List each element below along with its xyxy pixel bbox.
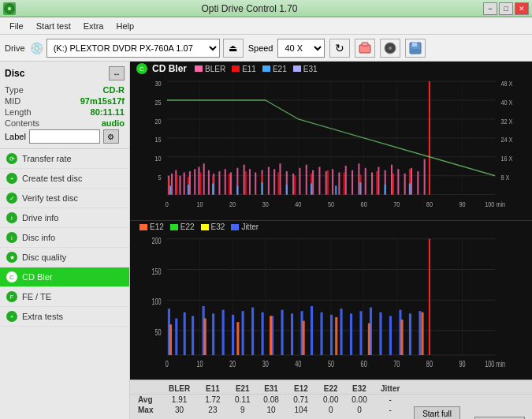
svg-rect-114 bbox=[385, 185, 386, 195]
disc-label-input[interactable] bbox=[29, 129, 100, 144]
svg-text:10: 10 bbox=[196, 200, 203, 208]
row-max-e12: 104 bbox=[285, 405, 316, 415]
legend-color-bler bbox=[195, 65, 203, 72]
contents-label: Contents bbox=[5, 118, 39, 128]
svg-text:90: 90 bbox=[459, 360, 465, 369]
svg-rect-65 bbox=[279, 163, 281, 194]
nav-label-create-test-disc: Create test disc bbox=[22, 174, 82, 183]
table-row-max: Max 30 23 9 10 104 0 0 - bbox=[130, 405, 532, 415]
speed-dropdown[interactable]: 40 X bbox=[277, 39, 325, 58]
disc-header: Disc ↔ bbox=[5, 66, 125, 80]
disc-contents-row: Contents audio bbox=[5, 118, 125, 128]
svg-rect-75 bbox=[345, 166, 347, 195]
nav-transfer-rate[interactable]: ⟳ Transfer rate bbox=[0, 149, 129, 169]
svg-text:40 X: 40 X bbox=[500, 98, 512, 107]
svg-text:0: 0 bbox=[166, 360, 169, 369]
row-total-e22: 0 bbox=[317, 415, 345, 419]
menu-extra[interactable]: Extra bbox=[77, 20, 110, 32]
nav-disc-quality[interactable]: ★ Disc quality bbox=[0, 248, 129, 267]
row-total-e12: 3403 bbox=[285, 415, 316, 419]
menu-start-test[interactable]: Start test bbox=[30, 20, 77, 32]
svg-rect-71 bbox=[318, 166, 320, 194]
nav-disc-info[interactable]: i Disc info bbox=[0, 228, 129, 248]
nav-icon-drive-info: i bbox=[6, 212, 17, 223]
nav-extra-tests[interactable]: + Extra tests bbox=[0, 307, 129, 327]
toolbar: Drive 💿 (K:) PLEXTOR DVDR PX-760A 1.07 ⏏… bbox=[0, 35, 532, 62]
chart1-title: CD Bler bbox=[152, 63, 187, 74]
svg-rect-51 bbox=[198, 166, 199, 194]
svg-rect-79 bbox=[371, 172, 373, 194]
length-value: 80:11.11 bbox=[91, 107, 125, 117]
nav-drive-info[interactable]: i Drive info bbox=[0, 208, 129, 228]
row-avg-jitter: - bbox=[374, 395, 407, 406]
legend-color-e12 bbox=[140, 224, 147, 230]
svg-rect-89 bbox=[176, 174, 177, 194]
nav-fe-te[interactable]: F FE / TE bbox=[0, 287, 129, 307]
col-header-empty bbox=[130, 383, 162, 395]
nav-cd-bler[interactable]: C CD Bler bbox=[0, 267, 129, 287]
drive-dropdown[interactable]: (K:) PLEXTOR DVDR PX-760A 1.07 bbox=[47, 39, 220, 58]
nav-items: ⟳ Transfer rate + Create test disc ✓ Ver… bbox=[0, 149, 129, 419]
chart2-area: 200 150 100 50 0 10 20 30 40 50 60 70 80… bbox=[130, 233, 532, 380]
label-settings-button[interactable]: ⚙ bbox=[103, 129, 119, 144]
legend-label-e31: E31 bbox=[303, 65, 318, 73]
svg-rect-52 bbox=[203, 163, 205, 194]
nav-verify-test-disc[interactable]: ✓ Verify test disc bbox=[0, 189, 129, 208]
svg-text:40: 40 bbox=[295, 200, 301, 208]
drive-disc-icon: 💿 bbox=[30, 42, 43, 54]
row-max-e32: 0 bbox=[345, 405, 374, 415]
legend-jitter: Jitter bbox=[231, 223, 259, 231]
erase-button[interactable] bbox=[355, 39, 375, 58]
nav-label-drive-info: Drive info bbox=[22, 213, 58, 223]
svg-rect-93 bbox=[229, 174, 230, 195]
menu-file[interactable]: File bbox=[3, 20, 30, 32]
svg-rect-113 bbox=[359, 182, 361, 194]
start-part-cell: Start part bbox=[467, 415, 532, 419]
nav-label-disc-quality: Disc quality bbox=[22, 253, 66, 262]
svg-rect-76 bbox=[352, 170, 353, 195]
legend-label-bler: BLER bbox=[205, 65, 225, 73]
svg-rect-7 bbox=[412, 43, 417, 47]
disc-label-label: Label bbox=[5, 132, 26, 141]
burn-button[interactable] bbox=[380, 39, 400, 58]
start-full-button[interactable]: Start full bbox=[414, 406, 460, 419]
svg-rect-56 bbox=[225, 169, 226, 194]
svg-rect-107 bbox=[212, 184, 214, 195]
legend-e32: E32 bbox=[201, 223, 225, 231]
chart2-legend: E12 E22 E32 Jitter bbox=[140, 223, 259, 231]
svg-text:40: 40 bbox=[295, 360, 301, 369]
chart2-svg: 200 150 100 50 0 10 20 30 40 50 60 70 80… bbox=[130, 233, 532, 380]
legend-e12: E12 bbox=[140, 223, 164, 231]
svg-rect-73 bbox=[332, 169, 333, 194]
svg-text:50: 50 bbox=[154, 328, 161, 338]
svg-rect-86 bbox=[417, 171, 419, 195]
right-content: C CD Bler BLER E11 E21 bbox=[130, 62, 532, 419]
save-button[interactable] bbox=[405, 39, 426, 58]
svg-text:200: 200 bbox=[151, 237, 161, 246]
svg-rect-188 bbox=[421, 312, 423, 355]
titlebar: Opti Drive Control 1.70 − □ ✕ bbox=[0, 0, 532, 17]
left-panel: Disc ↔ Type CD-R MID 97m15s17f Length 80… bbox=[0, 62, 130, 419]
nav-create-test-disc[interactable]: + Create test disc bbox=[0, 169, 129, 189]
disc-refresh-button[interactable]: ↔ bbox=[109, 66, 125, 80]
svg-rect-49 bbox=[189, 171, 191, 195]
svg-rect-63 bbox=[268, 166, 270, 194]
eject-button[interactable]: ⏏ bbox=[223, 39, 244, 58]
legend-e11: E11 bbox=[232, 65, 256, 73]
svg-rect-77 bbox=[358, 163, 359, 194]
svg-rect-184 bbox=[303, 321, 305, 355]
svg-text:80: 80 bbox=[426, 200, 433, 208]
svg-rect-59 bbox=[244, 165, 245, 195]
svg-rect-57 bbox=[230, 172, 232, 194]
svg-rect-84 bbox=[404, 174, 406, 195]
minimize-button[interactable]: − bbox=[483, 2, 497, 15]
nav-label-disc-info: Disc info bbox=[22, 233, 55, 242]
close-button[interactable]: ✕ bbox=[515, 2, 529, 15]
row-total-label: Total bbox=[130, 415, 162, 419]
col-header-e11: E11 bbox=[197, 383, 228, 395]
col-header-jitter: Jitter bbox=[374, 383, 407, 395]
svg-rect-99 bbox=[327, 170, 329, 195]
maximize-button[interactable]: □ bbox=[499, 2, 513, 15]
menu-help[interactable]: Help bbox=[110, 20, 140, 32]
refresh-button[interactable]: ↻ bbox=[329, 39, 350, 58]
